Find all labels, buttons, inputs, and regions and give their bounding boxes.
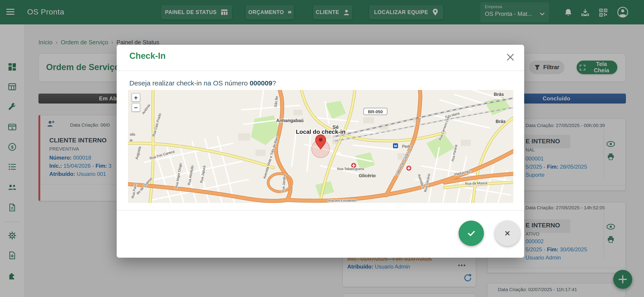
map-street-label: Brás [494, 92, 504, 97]
map-street-label: Brás [496, 119, 506, 124]
map-street-label: Rua da Mooca [465, 181, 488, 185]
confirm-checkin-button[interactable] [458, 221, 484, 246]
svg-text:M: M [394, 144, 397, 148]
map-svg: M BR-050 Local do check-in AnhangabaúSéP… [128, 90, 513, 203]
modal-title: Check-In [129, 51, 166, 61]
close-icon [502, 227, 513, 239]
modal-divider [117, 210, 524, 211]
metro-station-icon: M [393, 143, 398, 148]
map-zoom-out-button[interactable]: − [132, 103, 140, 112]
map-street-label: Sé [333, 124, 339, 130]
cancel-checkin-button[interactable] [495, 221, 520, 246]
map-street-label: Glicério [359, 173, 376, 178]
map-street-label: ie [130, 138, 133, 142]
map-street-label: Anhangabaú [276, 118, 304, 123]
route-badge: BR-050 [364, 108, 387, 115]
modal-close-button[interactable] [504, 51, 516, 63]
app-root: OS Pronta PAINEL DE STATUS ORÇAMENTO $ C… [0, 0, 644, 297]
check-icon [464, 227, 478, 240]
map-zoom-in-button[interactable]: + [132, 93, 140, 102]
map-street-label: Pedro [402, 144, 413, 149]
map-street-label: olis [130, 132, 135, 136]
svg-text:BR-050: BR-050 [368, 109, 382, 114]
checkin-map[interactable]: M BR-050 Local do check-in AnhangabaúSéP… [128, 90, 513, 203]
close-icon [507, 53, 514, 60]
checkin-question: Deseja realizar check-in na OS número 00… [129, 79, 276, 87]
map-street-label: Rua dos Estudantes [328, 199, 356, 202]
map-street-label: Rua Tabatinguera [337, 167, 364, 171]
checkin-modal: Check-In Deseja realizar check-in na OS … [117, 45, 524, 258]
modal-divider [117, 70, 524, 71]
